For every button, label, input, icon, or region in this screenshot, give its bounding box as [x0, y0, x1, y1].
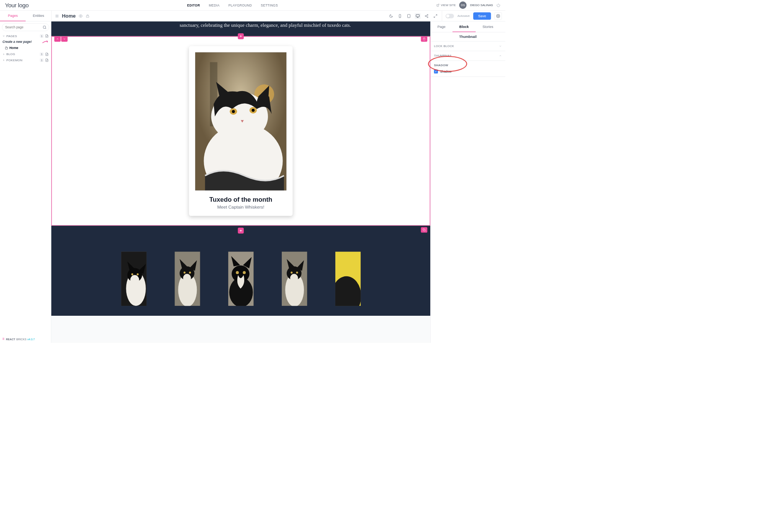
nav-media[interactable]: MEDIA — [209, 3, 219, 7]
svg-point-42 — [131, 273, 133, 275]
svg-rect-9 — [416, 15, 420, 17]
tree-blog-label: BLOG — [7, 52, 38, 56]
canvas[interactable]: sanctuary, celebrating the unique charm,… — [51, 21, 430, 343]
footer-version: v4.0.7 — [27, 338, 34, 341]
rs-block-name: Thumbnail — [431, 32, 505, 41]
nav-center: EDITOR MEDIA PLAYGROUND SETTINGS — [29, 3, 436, 7]
footer-react: REACT — [6, 338, 15, 341]
secondary-bar: Pages Entities Home Autosave Save — [0, 11, 505, 21]
rs-shadow-heading: SHADOW — [434, 64, 502, 67]
page-bar: Home — [51, 11, 442, 21]
tab-entities[interactable]: Entities — [26, 11, 51, 21]
rs-tab-page[interactable]: Page — [431, 21, 452, 32]
left-tabs: Pages Entities — [0, 11, 51, 21]
add-page-icon[interactable] — [45, 34, 49, 38]
add-block-below-button[interactable] — [238, 228, 243, 233]
thumbnail-block[interactable]: Tuxedo of the month Meet Captain Whisker… — [51, 36, 430, 226]
share-icon[interactable] — [424, 13, 430, 19]
duplicate-block-button[interactable] — [421, 227, 428, 233]
rs-tab-block[interactable]: Block — [452, 21, 476, 32]
tab-pages[interactable]: Pages — [0, 11, 26, 21]
page-title: Home — [62, 13, 76, 19]
brand-dots-icon: ⠿ — [2, 337, 5, 341]
move-up-button[interactable] — [54, 36, 61, 42]
chevron-right-icon — [2, 59, 5, 61]
svg-point-58 — [290, 274, 298, 282]
page-tree: PAGES 1 Create a new page! Home BLOG 1 P… — [0, 33, 51, 63]
add-block-above-button[interactable] — [238, 33, 243, 39]
right-sidebar: Page Block Stories Thumbnail LOCK BLOCK … — [430, 21, 505, 343]
view-site-link[interactable]: VIEW SITE — [436, 3, 456, 7]
rs-tab-stories[interactable]: Stories — [475, 21, 500, 32]
user-avatar[interactable]: DS — [459, 2, 467, 9]
move-down-button[interactable] — [61, 36, 68, 42]
chevron-up-icon — [499, 54, 502, 57]
shadow-label: Shadow — [440, 70, 451, 73]
view-site-label: VIEW SITE — [441, 3, 456, 7]
top-navbar: Your logo EDITOR MEDIA PLAYGROUND SETTIN… — [0, 0, 505, 11]
gallery-image[interactable] — [175, 251, 200, 306]
rs-thumbnail-label: THUMBNAIL — [434, 54, 452, 57]
lock-icon[interactable] — [85, 14, 89, 18]
save-button[interactable]: Save — [473, 12, 491, 20]
tree-group-pokemon[interactable]: POKEMON 1 — [0, 57, 51, 63]
gallery-image[interactable] — [335, 251, 361, 306]
delete-block-button[interactable] — [421, 36, 428, 42]
add-pokemon-icon[interactable] — [45, 59, 49, 62]
gallery-image[interactable] — [121, 251, 146, 306]
chevron-right-icon — [2, 53, 5, 55]
thumbnail-image[interactable] — [195, 52, 286, 191]
autosave-toggle[interactable] — [446, 14, 454, 18]
user-name: DIEGO SALINAS — [470, 3, 493, 7]
svg-point-12 — [427, 14, 428, 15]
tree-item-home[interactable]: Home — [0, 45, 51, 51]
svg-point-13 — [425, 15, 426, 16]
eye-icon[interactable] — [78, 14, 82, 18]
gallery-image[interactable] — [228, 251, 253, 306]
tree-group-pages[interactable]: PAGES 1 — [0, 33, 51, 39]
tree-pokemon-count: 1 — [40, 59, 44, 62]
rs-lock-section[interactable]: LOCK BLOCK — [431, 41, 505, 51]
nav-editor[interactable]: EDITOR — [187, 3, 200, 7]
shadow-checkbox[interactable]: ✓ — [434, 70, 438, 73]
page-icon — [5, 46, 8, 49]
svg-point-48 — [183, 272, 185, 274]
rs-thumbnail-section[interactable]: THUMBNAIL — [431, 51, 505, 60]
nav-settings[interactable]: SETTINGS — [261, 3, 278, 7]
shadow-checkbox-row[interactable]: ✓ Shadow — [434, 70, 502, 73]
rs-lock-label: LOCK BLOCK — [434, 44, 454, 48]
thumbnail-card[interactable]: Tuxedo of the month Meet Captain Whisker… — [189, 46, 293, 216]
chevron-down-icon — [2, 35, 5, 37]
footer-brand: ⠿ REACTBRICKS v4.0.7 — [2, 337, 36, 341]
svg-point-41 — [130, 275, 139, 285]
settings-gear[interactable] — [495, 12, 502, 20]
nav-playground[interactable]: PLAYGROUND — [229, 3, 252, 7]
gallery-block[interactable] — [51, 226, 430, 316]
nav-right: VIEW SITE DS DIEGO SALINAS — [436, 2, 500, 9]
tree-pokemon-label: POKEMON — [7, 59, 38, 62]
autosave-label: Autosave — [457, 14, 470, 18]
brand-logo[interactable]: Your logo — [5, 2, 29, 9]
svg-line-16 — [426, 15, 427, 16]
tree-group-blog[interactable]: BLOG 1 — [0, 51, 51, 57]
search-input[interactable] — [2, 23, 49, 31]
thumbnail-subtitle[interactable]: Meet Captain Whiskers! — [217, 204, 264, 210]
tree-blog-count: 1 — [40, 52, 44, 56]
mobile-icon[interactable] — [397, 13, 403, 19]
svg-point-17 — [498, 15, 499, 16]
expand-icon[interactable] — [433, 13, 438, 19]
gallery-image[interactable] — [282, 251, 307, 306]
add-blog-icon[interactable] — [45, 52, 49, 56]
tree-pages-count: 1 — [40, 34, 44, 38]
menu-icon[interactable] — [55, 14, 59, 18]
svg-point-59 — [291, 272, 292, 274]
chevron-down-icon — [499, 45, 502, 48]
tablet-icon[interactable] — [406, 13, 412, 19]
thumbnail-title[interactable]: Tuxedo of the month — [209, 196, 272, 204]
desktop-icon[interactable] — [415, 13, 420, 19]
logout-icon[interactable] — [497, 3, 500, 7]
right-tabs: Page Block Stories — [431, 21, 505, 32]
svg-rect-37 — [424, 230, 425, 231]
theme-icon[interactable] — [388, 13, 394, 19]
toolbar-right: Autosave Save — [442, 11, 505, 21]
